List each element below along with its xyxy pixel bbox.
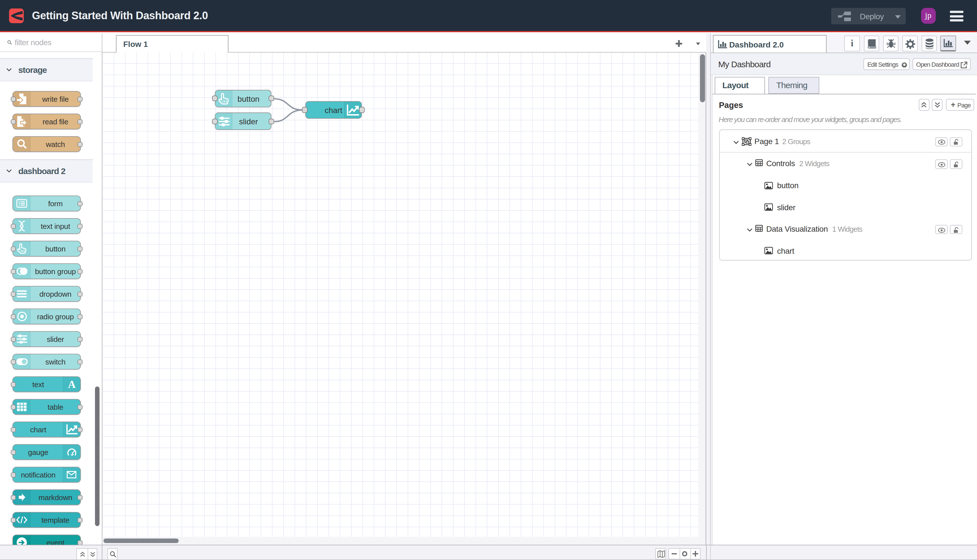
svg-text:A: A	[68, 379, 76, 390]
